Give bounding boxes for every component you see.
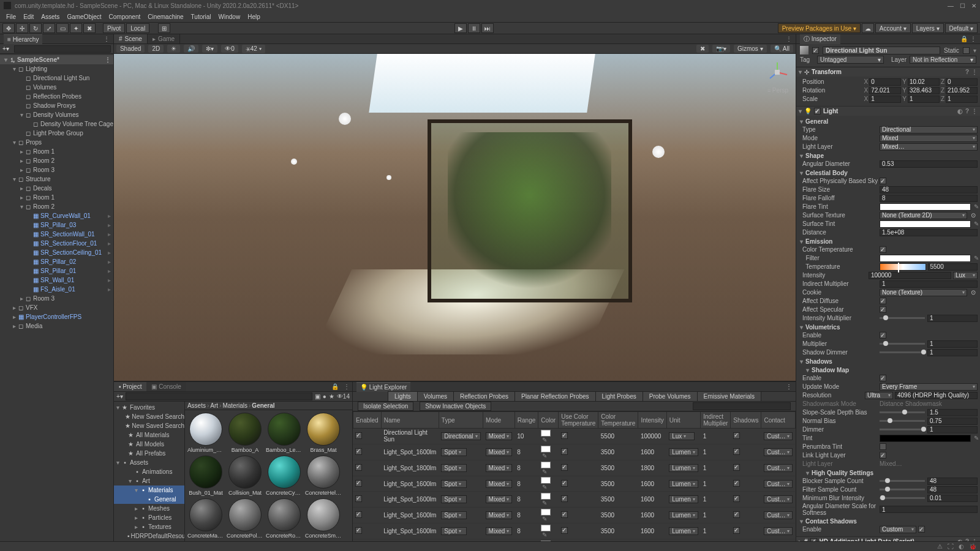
hierarchy-item[interactable]: ▸◻Media — [0, 321, 113, 331]
play-button[interactable]: ▶ — [454, 23, 467, 33]
range-field[interactable]: 8 — [514, 523, 538, 539]
color-picker-icon[interactable]: ✎ — [541, 500, 547, 506]
tab-project[interactable]: ▪ Project — [114, 382, 146, 391]
section-header[interactable]: ▾Emission — [800, 237, 978, 246]
status-progress-icon[interactable]: ◐ — [959, 543, 964, 550]
project-tree-item[interactable]: ▸▪Textures — [114, 522, 184, 531]
pos-x[interactable] — [869, 78, 901, 86]
project-tree-item[interactable]: ▾★Favorites — [114, 403, 184, 412]
color-picker-icon[interactable]: ✎ — [541, 437, 547, 443]
project-tree-item[interactable]: ▾▪Art — [114, 476, 184, 485]
lock-icon[interactable]: 🔒 — [960, 36, 968, 42]
project-tree-item[interactable]: ▸▪Meshes — [114, 504, 184, 513]
light-gizmo[interactable] — [339, 113, 351, 125]
color-picker-icon[interactable]: ✎ — [541, 515, 547, 522]
scale-z[interactable] — [946, 96, 978, 103]
explorer-search[interactable] — [693, 402, 791, 410]
projection-label[interactable]: ≡ Persp — [767, 87, 788, 94]
project-tree-item[interactable]: ▸▪Particles — [114, 513, 184, 522]
color-picker-icon[interactable]: ✎ — [541, 468, 547, 475]
hierarchy-item[interactable]: ▦SR_SectionCeiling_01▸ — [0, 248, 113, 257]
unit-dropdown[interactable]: Lux — [669, 432, 695, 440]
hierarchy-item[interactable]: ▾◻Structure — [0, 174, 113, 184]
enabled-checkbox[interactable] — [355, 448, 362, 455]
hierarchy-item[interactable]: ▦SR_SectionFloor_01▸ — [0, 239, 113, 248]
color-temp-field[interactable]: 3500 — [598, 492, 638, 508]
gameobject-icon[interactable] — [800, 46, 809, 54]
light-row[interactable]: Directional Light SunDirectionalMixed10✎… — [353, 429, 795, 444]
hierarchy-item[interactable]: ◻Reflection Probes — [0, 92, 113, 101]
isolate-selection-button[interactable]: Isolate Selection — [358, 402, 413, 411]
lighting-toggle[interactable]: ☀ — [167, 45, 180, 53]
scale-slider[interactable]: ⚹42 ▾ — [242, 45, 265, 53]
panel-menu-icon[interactable]: ⋮ — [786, 383, 792, 390]
local-toggle[interactable]: Local — [126, 23, 149, 33]
range-field[interactable]: 8 — [514, 539, 538, 541]
asset-item[interactable]: ConcretePolished_… — [227, 498, 263, 539]
layout-dropdown[interactable]: Default ▾ — [945, 23, 978, 33]
min-blur-slider[interactable] — [880, 497, 925, 499]
step-button[interactable]: ⏭ — [481, 23, 494, 33]
color-picker-icon[interactable]: ✎ — [541, 452, 547, 459]
contact-shadow-dropdown[interactable]: Custom — [880, 526, 916, 533]
status-bake-icon[interactable]: ⛶ — [948, 543, 954, 550]
hidden-count[interactable]: 👁14 — [337, 393, 350, 400]
hierarchy-item[interactable]: ▾◻Lighting — [0, 64, 113, 73]
tab-scene[interactable]: #Scene — [114, 34, 148, 43]
indirect-mult-field[interactable] — [880, 280, 978, 288]
explorer-tab[interactable]: Volumes — [417, 391, 454, 402]
menu-tutorial[interactable]: Tutorial — [187, 12, 215, 21]
unit-dropdown[interactable]: Lumen — [669, 448, 698, 456]
flare-falloff-field[interactable] — [880, 195, 978, 202]
type-dropdown[interactable]: Spot — [441, 464, 467, 472]
color-temp-field[interactable]: 3500 — [598, 508, 638, 523]
color-swatch[interactable] — [541, 462, 551, 468]
contact-dropdown[interactable]: Cust… — [764, 480, 793, 488]
intensity-field[interactable] — [869, 272, 951, 279]
gizmos-dropdown[interactable]: Gizmos ▾ — [734, 45, 767, 53]
object-picker-icon[interactable]: ⊙ — [969, 212, 978, 219]
breadcrumb-segment[interactable]: Materials — [222, 402, 247, 409]
surface-texture-field[interactable]: None (Texture 2D) — [880, 212, 967, 219]
cloud-icon[interactable]: ☁ — [862, 23, 874, 33]
hierarchy-item[interactable]: ▾◻Density Volumes — [0, 110, 113, 119]
hierarchy-item[interactable]: ▸◻Room 2 — [0, 156, 113, 165]
use-temp-checkbox[interactable] — [561, 495, 568, 502]
custom-tool[interactable]: ✖ — [83, 23, 96, 33]
contact-dropdown[interactable]: Cust… — [764, 527, 793, 535]
menu-help[interactable]: Help — [244, 12, 264, 21]
hierarchy-item[interactable]: ▸◻Decals — [0, 184, 113, 193]
normal-bias-slider[interactable] — [880, 420, 925, 422]
transform-header[interactable]: ▾⊹ Transform ?⋮ — [796, 67, 980, 77]
enabled-checkbox[interactable] — [355, 480, 362, 487]
color-swatch[interactable] — [541, 493, 551, 500]
tab-game[interactable]: ▸Game — [148, 34, 180, 43]
hidden-toggle[interactable]: 👁0 — [221, 45, 238, 53]
contact-shadow-checkbox[interactable] — [918, 526, 925, 533]
asset-item[interactable]: ConcreteCyan_M… — [266, 455, 303, 496]
column-header[interactable]: Indirect Multiplier — [701, 412, 731, 429]
resolution-value-field[interactable] — [895, 392, 978, 399]
use-temp-checkbox[interactable] — [561, 527, 568, 534]
scene-viewport[interactable]: ≡ Persp — [114, 54, 796, 381]
type-dropdown[interactable]: Spot — [441, 448, 467, 456]
panel-menu-icon[interactable]: ⋮ — [104, 36, 110, 42]
unit-dropdown[interactable]: Lumen — [669, 511, 698, 519]
unit-dropdown[interactable]: Lumen — [669, 480, 698, 488]
light-enabled-checkbox[interactable] — [814, 108, 821, 114]
cookie-field[interactable]: None (Texture) — [880, 289, 967, 296]
temperature-slider[interactable] — [880, 263, 926, 271]
rot-z[interactable] — [946, 87, 978, 94]
camera-settings-icon[interactable]: 📷▾ — [712, 45, 730, 53]
menu-assets[interactable]: Assets — [37, 12, 63, 21]
draw-mode-dropdown[interactable]: Shaded — [116, 45, 145, 53]
update-mode-dropdown[interactable]: Every Frame — [880, 383, 978, 391]
project-tree-item[interactable]: ★All Models — [114, 440, 184, 449]
project-tree-item[interactable]: ▪General — [114, 495, 184, 504]
unit-dropdown[interactable]: Lumen — [669, 464, 698, 472]
project-tree-item[interactable]: ★New Saved Search — [114, 421, 184, 430]
hierarchy-item[interactable]: ▸◻Room 1 — [0, 147, 113, 156]
panel-menu-icon[interactable]: ⋮ — [970, 36, 976, 42]
intensity-field[interactable]: 1600 — [638, 444, 666, 460]
slope-bias-slider[interactable] — [880, 411, 925, 413]
